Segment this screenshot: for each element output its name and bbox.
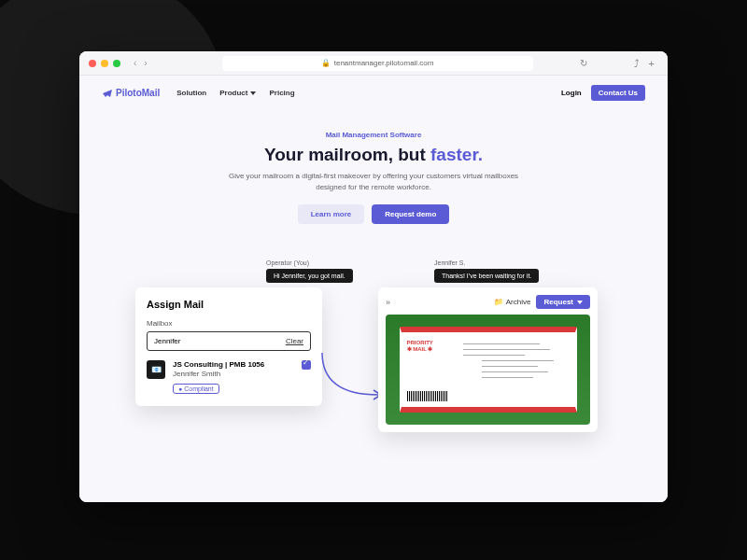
barcode-icon (407, 391, 448, 401)
mailbox-input[interactable]: Jennifer Clear (147, 331, 311, 351)
learn-more-button[interactable]: Learn more (298, 204, 365, 224)
hero: Mail Management Software Your mailroom, … (79, 110, 668, 241)
new-tab-icon[interactable]: + (649, 58, 655, 69)
request-button[interactable]: Request (536, 295, 590, 309)
compliant-badge: ● Compliant (173, 384, 219, 394)
assign-title: Assign Mail (147, 299, 311, 310)
login-link[interactable]: Login (561, 89, 582, 97)
mailbox-label: Mailbox (147, 319, 311, 328)
check-icon[interactable] (302, 360, 311, 370)
navbar: PilotoMail Solution Product Pricing Logi… (79, 76, 668, 110)
forward-icon[interactable]: › (144, 58, 147, 68)
lock-icon: 🔒 (321, 59, 331, 67)
nav-solution[interactable]: Solution (176, 89, 206, 97)
search-result[interactable]: 📧 JS Consulting | PMB 1056 Jennifer Smit… (147, 360, 311, 395)
priority-mail-label: PRIORITY✱ MAIL ✱ (407, 340, 433, 352)
mail-preview-card: » 📁 Archive Request PRIORITY✱ MAIL ✱ (378, 287, 598, 432)
jennifer-message: Thanks! I've been waiting for it. (434, 269, 539, 283)
result-name: Jennifer Smith (173, 370, 294, 378)
nav-links: Solution Product Pricing (176, 89, 294, 97)
paper-plane-icon (102, 89, 113, 98)
envelope: PRIORITY✱ MAIL ✱ (400, 327, 577, 413)
folder-icon: 📁 (494, 298, 503, 306)
assign-mail-card: Assign Mail Mailbox Jennifer Clear 📧 JS … (135, 287, 322, 406)
flow-arrow-icon (317, 348, 388, 404)
browser-chrome: ‹ › 🔒 tenantmanager.pilotomail.com ↻ ⤴ + (79, 51, 668, 76)
browser-nav: ‹ › (134, 58, 148, 68)
preview-header: » 📁 Archive Request (386, 295, 590, 309)
jennifer-tooltip: Jennifer S. Thanks! I've been waiting fo… (434, 259, 539, 283)
clear-link[interactable]: Clear (286, 337, 303, 345)
operator-tooltip: Operator (You) Hi Jennifer, you got mail… (266, 259, 353, 283)
archive-button[interactable]: 📁 Archive (494, 298, 531, 306)
jennifer-label: Jennifer S. (434, 259, 539, 266)
reload-icon[interactable]: ↻ (580, 58, 587, 68)
chevron-down-icon (577, 301, 583, 304)
address-lines (463, 343, 566, 383)
demo-area: Operator (You) Hi Jennifer, you got mail… (79, 241, 668, 474)
url-text: tenantmanager.pilotomail.com (334, 59, 434, 67)
result-company: JS Consulting | PMB 1056 (173, 360, 294, 369)
maximize-window-icon[interactable] (113, 60, 120, 67)
page-content: PilotoMail Solution Product Pricing Logi… (79, 76, 668, 502)
hero-eyebrow: Mail Management Software (117, 131, 630, 139)
brand-logo[interactable]: PilotoMail (102, 88, 160, 98)
chevron-down-icon (250, 91, 256, 95)
hero-subtitle: Give your mailroom a digital-first makeo… (215, 171, 532, 193)
back-icon[interactable]: ‹ (134, 58, 136, 68)
operator-label: Operator (You) (266, 259, 353, 266)
expand-icon[interactable]: » (386, 298, 390, 307)
share-icon[interactable]: ⤴ (634, 58, 640, 69)
brand-name: PilotoMail (116, 88, 160, 98)
operator-message: Hi Jennifer, you got mail. (266, 269, 353, 283)
hero-title: Your mailroom, but faster. (117, 145, 630, 165)
url-bar[interactable]: 🔒 tenantmanager.pilotomail.com (222, 56, 533, 71)
hero-ctas: Learn more Request demo (117, 204, 630, 224)
traffic-lights (89, 60, 120, 67)
contact-button[interactable]: Contact Us (591, 85, 645, 101)
input-value: Jennifer (154, 337, 180, 345)
mailbox-icon: 📧 (147, 360, 165, 379)
mail-photo[interactable]: PRIORITY✱ MAIL ✱ (386, 315, 590, 425)
nav-pricing[interactable]: Pricing (269, 89, 294, 97)
nav-product[interactable]: Product (219, 89, 256, 97)
browser-window: ‹ › 🔒 tenantmanager.pilotomail.com ↻ ⤴ +… (79, 51, 668, 502)
close-window-icon[interactable] (89, 60, 96, 67)
request-demo-button[interactable]: Request demo (372, 204, 449, 224)
minimize-window-icon[interactable] (101, 60, 108, 67)
